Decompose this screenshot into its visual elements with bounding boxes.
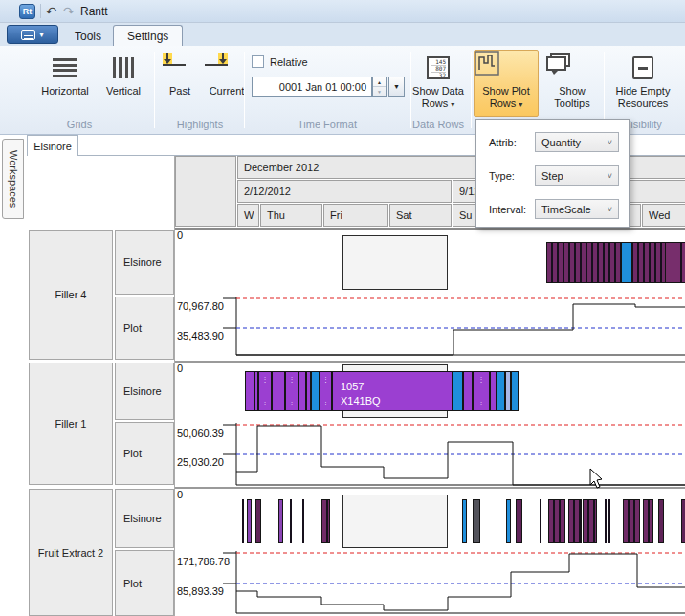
chevron-down-icon: ˅ <box>608 138 612 147</box>
task-bar[interactable] <box>242 499 244 543</box>
task-bar[interactable] <box>643 499 653 543</box>
step-plot <box>175 422 685 487</box>
vertical-grid-button[interactable]: Vertical <box>99 50 148 117</box>
vertical-lines-icon <box>113 57 134 78</box>
task-bar[interactable] <box>583 499 597 543</box>
show-data-rows-button[interactable]: 145 807 32 Show Data Rows ▾ <box>408 50 469 117</box>
type-combobox[interactable]: Step ˅ <box>535 165 619 186</box>
subrow-filler4-elsinore[interactable]: Elsinore <box>115 230 174 295</box>
task-bar[interactable] <box>608 499 610 543</box>
menu-list-icon <box>21 30 35 40</box>
spinner-up-icon[interactable]: ▲ <box>373 77 386 86</box>
task-bar[interactable] <box>506 499 511 543</box>
show-plot-rows-button[interactable]: Show Plot Rows ▾ <box>474 50 539 117</box>
timescale-corner-cell <box>175 156 236 227</box>
timescale-day-cell[interactable]: W <box>237 204 259 227</box>
task-bar[interactable] <box>321 499 330 543</box>
task-bar[interactable] <box>497 371 505 411</box>
plot-mid-label: 25,030.20 <box>177 456 224 468</box>
timescale-day-cell[interactable]: Sat <box>389 204 452 227</box>
task-bar[interactable] <box>511 371 519 411</box>
task-bar-1057[interactable]: 1057 X141BQ <box>332 371 453 411</box>
workspaces-side-tab[interactable]: Workspaces <box>2 139 24 219</box>
task-bar[interactable] <box>490 371 497 411</box>
time-format-dropdown-button[interactable]: ▼ <box>388 77 405 97</box>
mouse-cursor <box>589 468 607 491</box>
time-format-spinner[interactable]: ▲ ▼ <box>372 77 387 97</box>
task-bar[interactable] <box>681 499 685 543</box>
task-bar[interactable] <box>658 499 664 543</box>
task-bar[interactable] <box>245 371 254 411</box>
task-bar[interactable] <box>255 499 261 543</box>
task-bar[interactable] <box>548 499 565 543</box>
redo-button[interactable]: ↷ <box>59 2 77 20</box>
past-highlight-button[interactable]: Past <box>160 50 200 117</box>
relative-checkbox[interactable] <box>252 55 264 68</box>
task-bar[interactable] <box>290 499 292 543</box>
task-bar[interactable] <box>568 499 582 543</box>
axis-zero-label: 0 <box>177 230 183 241</box>
spinner-down-icon[interactable]: ▼ <box>373 86 386 96</box>
group-caption-data-rows: Data Rows <box>408 119 469 130</box>
task-bar[interactable] <box>311 371 320 411</box>
task-bar[interactable] <box>473 371 490 411</box>
task-bar[interactable] <box>247 499 252 543</box>
step-plot <box>175 297 685 361</box>
task-bar[interactable] <box>285 371 298 411</box>
divider <box>471 52 472 128</box>
undo-button[interactable]: ↶ <box>42 2 60 20</box>
selection-box[interactable] <box>342 235 448 290</box>
app-icon: Rt <box>19 4 35 19</box>
interval-combobox[interactable]: TimeScale ˅ <box>535 199 619 219</box>
chevron-down-icon: ▼ <box>393 83 400 90</box>
rantt-window: Rt ↶ ↷ Rantt ▾ Tools Settings Horizontal… <box>0 0 685 616</box>
subrow-fruit-extract2-plot[interactable]: Plot <box>115 550 174 616</box>
chevron-down-icon: ˅ <box>608 205 612 214</box>
timescale-day-cell[interactable]: Fri <box>323 204 388 227</box>
task-bar[interactable] <box>258 371 272 411</box>
timescale-day-cell[interactable]: Thu <box>260 204 322 227</box>
subrow-fruit-extract2-elsinore[interactable]: Elsinore <box>115 489 174 548</box>
horizontal-grid-button[interactable]: Horizontal <box>33 50 98 117</box>
task-bar[interactable] <box>473 499 480 543</box>
subrow-filler1-plot[interactable]: Plot <box>115 422 174 485</box>
subrow-filler4-plot[interactable]: Plot <box>115 297 174 360</box>
show-tooltips-button[interactable]: Show Tooltips <box>542 50 602 117</box>
selection-box[interactable] <box>342 495 448 548</box>
horizontal-lines-icon <box>53 58 77 77</box>
current-highlight-icon <box>203 51 230 72</box>
plot-row-fruit-extract2: 171,786.78 85,893.39 <box>175 550 685 616</box>
timescale-day-cell[interactable]: Wed <box>642 204 685 227</box>
time-format-input[interactable]: 0001 Jan 01 00:00 <box>252 77 372 97</box>
tab-settings[interactable]: Settings <box>113 25 183 46</box>
chevron-down-icon: ▾ <box>451 100 454 109</box>
task-bar[interactable] <box>278 499 283 543</box>
resource-table: Filler 4 Elsinore Plot Filler 1 Elsinore… <box>29 230 174 616</box>
task-bar[interactable] <box>623 499 640 543</box>
plot-max-label: 171,786.78 <box>177 556 230 567</box>
task-bar[interactable] <box>320 371 332 411</box>
subrow-filler1-elsinore[interactable]: Elsinore <box>115 363 174 420</box>
task-bar[interactable] <box>302 499 304 543</box>
timescale-week1-cell[interactable]: 2/12/2012 <box>237 180 452 203</box>
app-menu-button[interactable]: ▾ <box>7 25 58 44</box>
resource-row-filler4[interactable]: Filler 4 <box>29 230 113 360</box>
task-bar[interactable] <box>463 371 473 411</box>
hide-empty-resources-button[interactable]: Hide Empty Resources <box>606 50 680 117</box>
task-bar[interactable] <box>462 499 467 543</box>
group-caption-highlights: Highlights <box>156 119 244 130</box>
resource-row-fruit-extract2[interactable]: Fruit Extract 2 <box>29 489 113 616</box>
attrib-combobox[interactable]: Quantity ˅ <box>535 132 619 152</box>
task-bar[interactable] <box>516 499 522 543</box>
resource-row-filler1[interactable]: Filler 1 <box>29 363 113 485</box>
task-bar[interactable] <box>272 371 285 411</box>
task-bar[interactable] <box>540 499 541 543</box>
tab-tools[interactable]: Tools <box>61 26 115 46</box>
chevron-down-icon: ˅ <box>608 171 612 181</box>
task-bar[interactable] <box>453 371 463 411</box>
task-bar[interactable] <box>298 371 306 411</box>
task-row-filler4-elsinore: 0 <box>175 230 685 297</box>
task-bar[interactable] <box>621 242 632 283</box>
document-tab-elsinore[interactable]: Elsinore <box>27 135 78 156</box>
task-bar[interactable] <box>605 499 607 543</box>
